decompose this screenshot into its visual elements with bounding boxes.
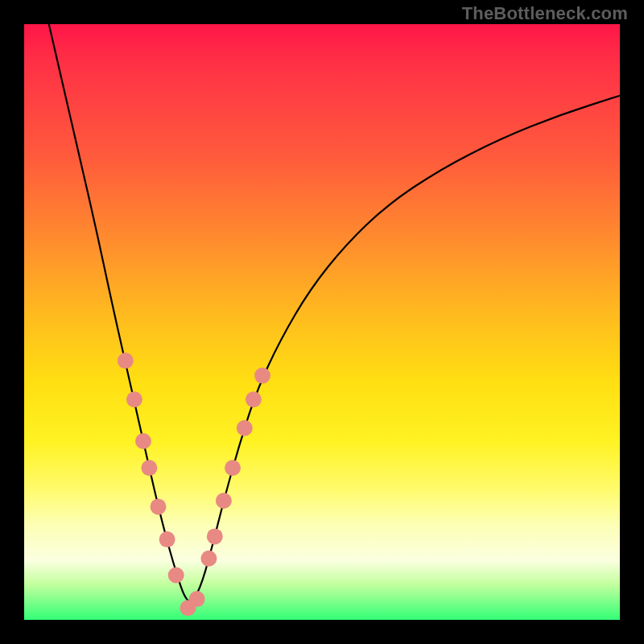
highlighted-points (118, 353, 270, 616)
marker-point (118, 353, 134, 369)
marker-point (225, 460, 241, 476)
marker-point (141, 460, 157, 476)
marker-point (207, 528, 223, 544)
marker-point (159, 531, 175, 547)
marker-point (246, 391, 262, 407)
curve-layer (24, 24, 620, 620)
marker-point (254, 368, 270, 384)
attribution-label: TheBottleneck.com (462, 3, 628, 24)
marker-point (237, 420, 253, 436)
marker-point (189, 591, 205, 607)
v-curve (24, 0, 620, 601)
marker-point (151, 498, 167, 514)
marker-point (135, 433, 151, 449)
plot-area (24, 24, 620, 620)
marker-point (216, 493, 232, 509)
marker-point (168, 568, 184, 584)
chart-frame: TheBottleneck.com (0, 0, 644, 644)
marker-point (200, 551, 217, 567)
marker-point (126, 391, 142, 407)
